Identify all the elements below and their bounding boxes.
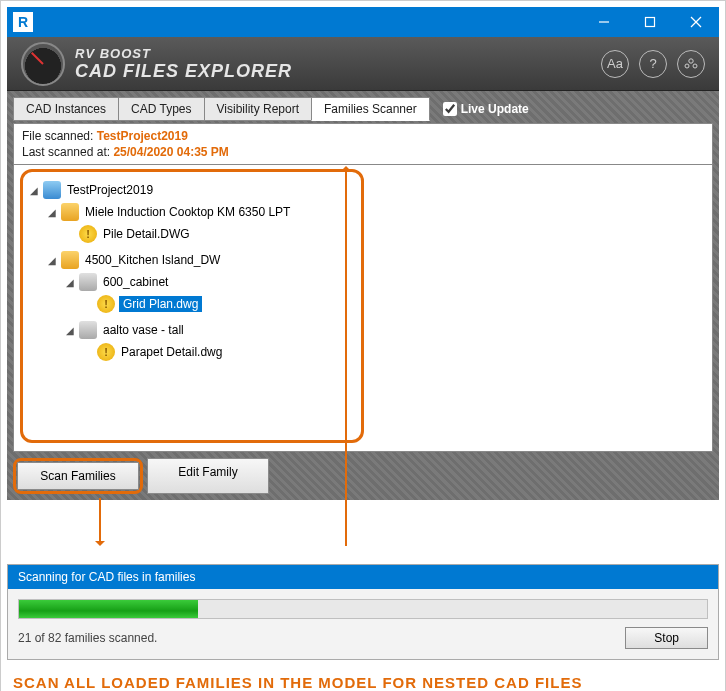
text-size-button[interactable]: Aa: [601, 50, 629, 78]
tree-node-label: aalto vase - tall: [101, 322, 186, 338]
svg-point-4: [689, 58, 693, 62]
expand-icon[interactable]: ◢: [47, 255, 57, 266]
file-scanned-value: TestProject2019: [97, 129, 188, 143]
annotation-arrow-down: [99, 498, 101, 542]
annotation-arrow-up: [345, 170, 347, 546]
file-scanned-label: File scanned:: [22, 129, 93, 143]
close-button[interactable]: [673, 7, 719, 37]
expand-icon[interactable]: ◢: [65, 325, 75, 336]
expand-icon[interactable]: ◢: [65, 277, 75, 288]
tab-families-scanner[interactable]: Families Scanner: [311, 97, 430, 121]
live-update-label: Live Update: [461, 102, 529, 116]
cube-icon: [79, 321, 97, 339]
tab-strip: CAD Instances CAD Types Visibility Repor…: [13, 97, 713, 121]
progress-bar-fill: [19, 600, 198, 618]
window-titlebar: R: [7, 7, 719, 37]
caption-text: SCAN ALL LOADED FAMILIES IN THE MODEL FO…: [13, 674, 713, 691]
svg-point-6: [693, 64, 697, 68]
edit-family-button[interactable]: Edit Family: [147, 458, 269, 494]
cube-icon: [79, 273, 97, 291]
help-button[interactable]: ?: [639, 50, 667, 78]
tree-panel: ◢TestProject2019◢Miele Induction Cooktop…: [13, 164, 713, 452]
tree-node-label: Parapet Detail.dwg: [119, 344, 224, 360]
last-scanned-value: 25/04/2020 04:35 PM: [113, 145, 228, 159]
tree-node[interactable]: ◢4500_Kitchen Island_DW: [45, 250, 357, 270]
box-icon: [61, 251, 79, 269]
box-icon: [61, 203, 79, 221]
progress-title: Scanning for CAD files in families: [8, 565, 718, 589]
tab-cad-types[interactable]: CAD Types: [118, 97, 204, 121]
warn-icon: !: [79, 225, 97, 243]
scan-button-highlight: Scan Families: [13, 458, 143, 494]
tree-node-label: Grid Plan.dwg: [119, 296, 202, 312]
last-scanned-label: Last scanned at:: [22, 145, 110, 159]
tree-node[interactable]: ◢600_cabinet: [63, 272, 357, 292]
tree-node[interactable]: ◢aalto vase - tall: [63, 320, 357, 340]
tree-node[interactable]: !Pile Detail.DWG: [63, 224, 357, 244]
family-tree[interactable]: ◢TestProject2019◢Miele Induction Cooktop…: [23, 178, 357, 370]
house-icon: [43, 181, 61, 199]
tree-node[interactable]: !Grid Plan.dwg: [81, 294, 357, 314]
app-title-large: CAD Files Explorer: [75, 61, 292, 82]
tree-highlight-box: ◢TestProject2019◢Miele Induction Cooktop…: [20, 169, 364, 443]
app-title-small: RV BOOST: [75, 46, 292, 61]
live-update-checkbox[interactable]: Live Update: [443, 102, 529, 116]
gauge-icon: [21, 42, 65, 86]
expand-icon[interactable]: ◢: [47, 207, 57, 218]
tree-node[interactable]: ◢TestProject2019: [27, 180, 357, 200]
svg-point-5: [685, 64, 689, 68]
tree-node-label: TestProject2019: [65, 182, 155, 198]
scan-families-button[interactable]: Scan Families: [17, 462, 139, 490]
expand-icon[interactable]: ◢: [29, 185, 39, 196]
scan-info-strip: File scanned: TestProject2019 Last scann…: [13, 123, 713, 164]
tree-node-label: Miele Induction Cooktop KM 6350 LPT: [83, 204, 292, 220]
tree-node-label: Pile Detail.DWG: [101, 226, 192, 242]
app-header: RV BOOST CAD Files Explorer Aa ?: [7, 37, 719, 91]
stop-button[interactable]: Stop: [625, 627, 708, 649]
button-row: Scan Families Edit Family: [13, 458, 713, 494]
tab-visibility-report[interactable]: Visibility Report: [204, 97, 312, 121]
annotation-area: [7, 500, 719, 562]
tab-cad-instances[interactable]: CAD Instances: [13, 97, 119, 121]
tree-node[interactable]: !Parapet Detail.dwg: [81, 342, 357, 362]
warn-icon: !: [97, 295, 115, 313]
progress-panel: Scanning for CAD files in families 21 of…: [7, 564, 719, 660]
warn-icon: !: [97, 343, 115, 361]
live-update-input[interactable]: [443, 102, 457, 116]
group-button[interactable]: [677, 50, 705, 78]
tree-node[interactable]: ◢Miele Induction Cooktop KM 6350 LPT: [45, 202, 357, 222]
progress-bar: [18, 599, 708, 619]
app-logo-icon: R: [13, 12, 33, 32]
maximize-button[interactable]: [627, 7, 673, 37]
progress-status: 21 of 82 families scanned.: [18, 631, 157, 645]
svg-rect-1: [646, 18, 655, 27]
tree-node-label: 600_cabinet: [101, 274, 170, 290]
minimize-button[interactable]: [581, 7, 627, 37]
tree-node-label: 4500_Kitchen Island_DW: [83, 252, 222, 268]
